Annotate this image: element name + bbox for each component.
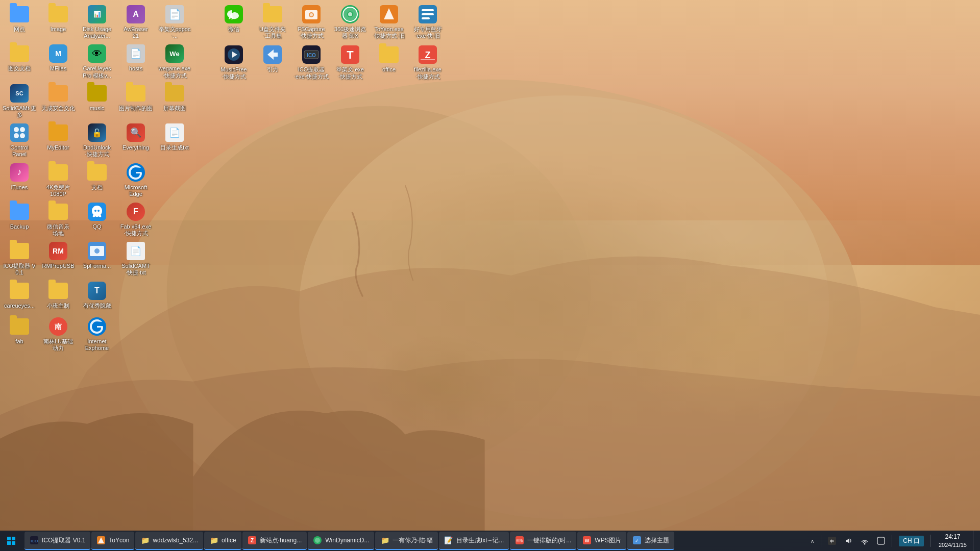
- taskbar-items: ICO ICO提取器 V0.1 ToYcon 📁 wddzwlsb_532...…: [22, 531, 803, 551]
- icon-controlpanel[interactable]: ControlPanel: [0, 120, 39, 160]
- copy-icon: [263, 45, 282, 64]
- icon-fscapture2[interactable]: FSCapture·快捷方式: [292, 2, 331, 41]
- icon-cad2[interactable]: ICO提取器 V0.1: [0, 239, 39, 278]
- icon-itunes2[interactable]: ♪ iTunes: [0, 160, 39, 199]
- icon-aweraser[interactable]: A AwEraser21: [116, 2, 155, 41]
- icon-photo-folder[interactable]: 图片制作的图: [116, 81, 155, 120]
- wps-taskbar-icon: W: [582, 536, 592, 545]
- icon-hosts[interactable]: 📄 hosts: [116, 41, 155, 81]
- icon-wechat2[interactable]: 微信: [214, 2, 253, 41]
- svg-text:W: W: [585, 538, 590, 543]
- icon-copy2[interactable]: 引力: [253, 42, 292, 82]
- taskbar-item-yiyou-label: 一有你乃·陆·幅: [393, 536, 433, 545]
- icon-solidcamt[interactable]: SC SolidCAMt·更多: [0, 81, 39, 120]
- spformat-icon: [88, 242, 106, 260]
- tray-network[interactable]: [857, 531, 872, 551]
- icon-image[interactable]: Image: [39, 2, 78, 41]
- icon-4kfolder[interactable]: 4K免费片1080P: [39, 160, 78, 199]
- icon-jiazhu[interactable]: 📄 举架文pppoc·...: [155, 2, 194, 41]
- taskbar-item-ico[interactable]: ICO ICO提取器 V0.1: [24, 532, 90, 550]
- start-button[interactable]: [0, 531, 22, 551]
- taskbar-item-wps[interactable]: W WPS图片: [577, 532, 626, 550]
- icon-doc-mulu[interactable]: 📄 目录生成txt: [155, 120, 194, 160]
- taskbar-item-windynamic[interactable]: WinDynamicD...: [308, 532, 374, 550]
- svg-rect-66: [877, 537, 885, 544]
- wps-mini-icon: W: [583, 536, 591, 544]
- svg-point-6: [20, 127, 25, 132]
- tray-chevron[interactable]: ∧: [807, 531, 817, 551]
- icon-fab3[interactable]: fab: [0, 314, 39, 354]
- icon-fab64[interactable]: F Fab x64.exe·快捷方式: [116, 199, 155, 239]
- folder1-taskbar-icon: 📁: [140, 536, 150, 545]
- lang-label[interactable]: CH 口: [899, 536, 924, 546]
- icon-musicfree2[interactable]: MusicFree·快捷方式: [214, 42, 253, 82]
- icon-360browser[interactable]: 360极速浏览器·卸X: [331, 2, 370, 41]
- system-clock[interactable]: 24:17 2024/11/15: [935, 531, 971, 551]
- icon-wechatmusic[interactable]: 微信音乐场地: [39, 199, 78, 239]
- svg-point-23: [310, 13, 313, 16]
- icon-dbdunlock[interactable]: 🔓 DbdUnlock·快捷方式: [78, 120, 116, 160]
- icon-backup2[interactable]: Backup: [0, 199, 39, 239]
- icon-solidcamtxt2[interactable]: 📄 SolidCAMT·快捷·txt: [116, 239, 155, 278]
- taskbar-item-yijian[interactable]: 排版 一键排版的(时...: [510, 532, 576, 550]
- svg-point-27: [348, 12, 352, 16]
- tray-volume[interactable]: [841, 531, 855, 551]
- icon-cardeyes[interactable]: 👁 CareUeyesPro 模板v...: [78, 41, 116, 81]
- icon-filezilla2[interactable]: Z filezilla.exe·快捷方式: [408, 42, 447, 82]
- clock-date: 2024/11/15: [939, 541, 967, 549]
- icon-myeditor2[interactable]: MyEditor: [39, 120, 78, 160]
- icon-toyeon2[interactable]: ToYeon.exe·快捷方式·旧: [370, 2, 408, 41]
- icon-screenshot[interactable]: 屏幕截图: [155, 81, 194, 120]
- icon-folder-tiancheng[interactable]: 天成安全文化: [39, 81, 78, 120]
- icon-iexplorer2[interactable]: InternetExphome: [78, 314, 116, 354]
- tray-lang[interactable]: CH 口: [896, 531, 927, 551]
- icon-wenfolder[interactable]: 文档: [78, 160, 116, 199]
- icon-careueyes2[interactable]: careueyes...: [0, 279, 39, 314]
- icon-office2[interactable]: office: [370, 42, 408, 82]
- taskbar: ICO ICO提取器 V0.1 ToYcon 📁 wddzwlsb_532...…: [0, 531, 980, 551]
- taskbar-item-xinzhan[interactable]: Z 新站点·huang...: [242, 532, 307, 550]
- tray-ime[interactable]: 中: [825, 531, 839, 551]
- icon-huwei2[interactable]: 好专用蓝牙·exe·快·旧: [408, 2, 447, 41]
- icon-diskusage[interactable]: 📊 Disk UsageAnalyzer...: [78, 2, 116, 41]
- icon-msedge2[interactable]: MicrosoftEdge: [116, 160, 155, 199]
- huwei-icon: [419, 5, 437, 23]
- icon-qq2[interactable]: QQ: [78, 199, 116, 239]
- taskbar-item-yiyou[interactable]: 📁 一有你乃·陆·幅: [375, 532, 438, 550]
- taskbar-item-folder1[interactable]: 📁 wddzwlsb_532...: [135, 532, 203, 550]
- taskbar-item-xuanze[interactable]: ✓ 选择主题: [627, 532, 674, 550]
- icon-column-right: 微信 U盘文件夹·工具集 FSCapture·快捷方式: [214, 2, 447, 82]
- icon-wangdian[interactable]: 网点: [0, 2, 39, 41]
- icon-music[interactable]: music: [78, 81, 116, 120]
- taskbar-item-mulu[interactable]: 📝 目录生成txt·-·记...: [439, 532, 509, 550]
- svg-text:南: 南: [55, 322, 62, 331]
- notification-icon: [877, 537, 885, 545]
- svg-point-8: [20, 133, 25, 138]
- icon-ufile[interactable]: U盘文件夹·工具集: [253, 2, 292, 41]
- taskbar-item-xinzhan-label: 新站点·huang...: [260, 536, 302, 545]
- taskbar-item-office[interactable]: 📁 office: [204, 532, 241, 550]
- icon-yijiewen2[interactable]: T 举架文·exe·快捷方式: [331, 42, 370, 82]
- svg-point-12: [97, 210, 100, 212]
- toycon-taskbar-icon: [96, 536, 106, 545]
- icon-everything2[interactable]: 🔍 Everything: [116, 120, 155, 160]
- icon-rmprepusb2[interactable]: RM RMPrepUSB: [39, 239, 78, 278]
- taskbar-item-yijian-label: 一键排版的(时...: [527, 536, 571, 545]
- taskbar-item-toycon[interactable]: ToYcon: [91, 532, 134, 550]
- icon-youxiu[interactable]: T 有优秀隐藏: [78, 279, 116, 314]
- svg-rect-32: [422, 13, 434, 15]
- icon-xiaobanzhu2[interactable]: 小班主制: [39, 279, 78, 314]
- icon-wegame[interactable]: We wegame.exe·快捷方式: [155, 41, 194, 81]
- svg-text:中: 中: [830, 539, 834, 544]
- show-desktop-button[interactable]: [973, 531, 976, 551]
- icon-nanlinlu2[interactable]: 南 南林LU基础动力: [39, 314, 78, 354]
- icon-mfiles[interactable]: M MFiles: [39, 41, 78, 81]
- toyeon-icon: [380, 5, 398, 23]
- icon-spformat2[interactable]: SpForma...: [78, 239, 116, 278]
- taskbar-item-folder1-label: wddzwlsb_532...: [153, 537, 198, 544]
- icon-ico2[interactable]: ICO ICO提取器·exe·快捷方式: [292, 42, 331, 82]
- nanlin-icon: 南: [49, 317, 67, 336]
- icon-folder-wenzang[interactable]: 图文文档: [0, 41, 39, 81]
- ie-icon: [88, 317, 106, 336]
- tray-notification[interactable]: [874, 531, 888, 551]
